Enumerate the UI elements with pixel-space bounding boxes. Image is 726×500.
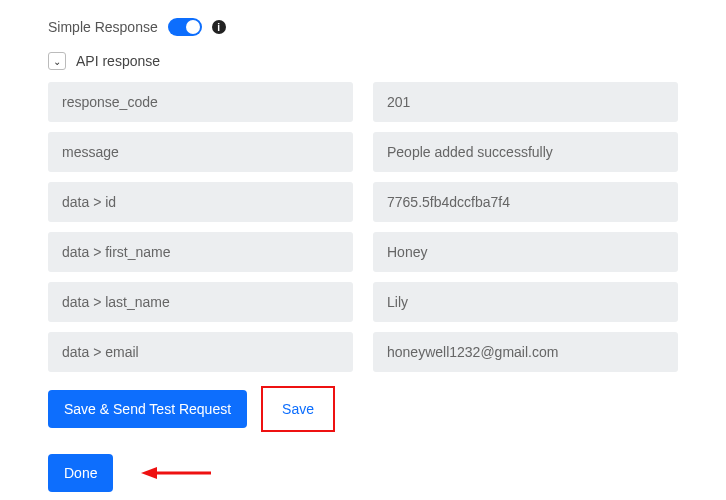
field-row <box>48 332 678 372</box>
toggle-knob <box>186 20 200 34</box>
field-key-input[interactable] <box>48 182 353 222</box>
field-value-input[interactable] <box>373 332 678 372</box>
field-row <box>48 232 678 272</box>
field-value-input[interactable] <box>373 82 678 122</box>
field-key-input[interactable] <box>48 82 353 122</box>
api-response-section-header: ⌄ API response <box>48 52 678 70</box>
field-key-input[interactable] <box>48 232 353 272</box>
simple-response-label: Simple Response <box>48 19 158 35</box>
field-row <box>48 132 678 172</box>
save-button[interactable]: Save <box>265 390 331 428</box>
chevron-down-icon: ⌄ <box>53 56 61 67</box>
field-row <box>48 182 678 222</box>
arrow-icon <box>141 464 211 482</box>
done-button[interactable]: Done <box>48 454 113 492</box>
field-key-input[interactable] <box>48 132 353 172</box>
field-row <box>48 282 678 322</box>
info-icon[interactable]: i <box>212 20 226 34</box>
collapse-toggle[interactable]: ⌄ <box>48 52 66 70</box>
simple-response-header: Simple Response i <box>48 18 678 36</box>
field-value-input[interactable] <box>373 282 678 322</box>
field-row <box>48 82 678 122</box>
save-highlight-box: Save <box>261 386 335 432</box>
field-value-input[interactable] <box>373 182 678 222</box>
action-buttons-row: Save & Send Test Request Save <box>48 386 678 432</box>
field-key-input[interactable] <box>48 332 353 372</box>
done-row: Done <box>48 454 678 492</box>
svg-marker-1 <box>141 467 157 479</box>
field-key-input[interactable] <box>48 282 353 322</box>
field-value-input[interactable] <box>373 232 678 272</box>
save-send-test-request-button[interactable]: Save & Send Test Request <box>48 390 247 428</box>
field-value-input[interactable] <box>373 132 678 172</box>
simple-response-toggle[interactable] <box>168 18 202 36</box>
api-response-title: API response <box>76 53 160 69</box>
